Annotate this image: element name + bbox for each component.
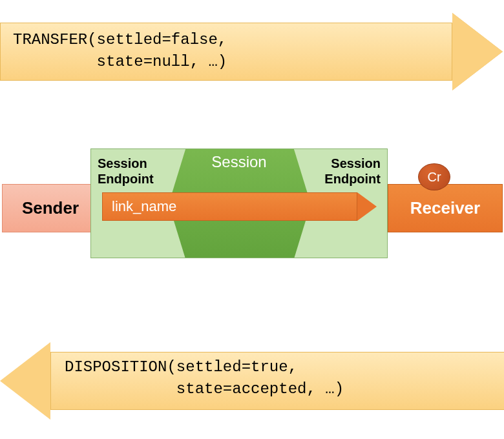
link-name-label: link_name [112, 198, 176, 215]
session-endpoint-left-l1: Session [98, 156, 147, 170]
link-name-arrow-body: link_name [102, 192, 357, 221]
transfer-line1: TRANSFER(settled=false, [13, 31, 227, 48]
sender-box: Sender [2, 184, 99, 232]
transfer-arrow: TRANSFER(settled=false, state=null, …) [0, 13, 504, 90]
sender-label: Sender [22, 198, 79, 218]
transfer-line2: state=null, …) [13, 53, 227, 70]
session-endpoint-right: Session Endpoint [310, 156, 381, 187]
session-endpoint-right-l2: Endpoint [324, 172, 381, 186]
disposition-arrow-text: DISPOSITION(settled=true, state=accepted… [65, 356, 344, 400]
disposition-arrow-head-icon [0, 342, 50, 420]
disposition-line1: DISPOSITION(settled=true, [65, 358, 297, 376]
receiver-label: Receiver [410, 198, 480, 218]
link-name-arrow: link_name [102, 192, 380, 221]
disposition-line2: state=accepted, …) [65, 380, 344, 398]
credit-badge-text: Cr [427, 170, 441, 185]
link-name-arrow-head-icon [357, 192, 377, 221]
session-endpoint-left-l2: Endpoint [98, 172, 154, 186]
session-endpoint-right-l1: Session [331, 156, 381, 170]
session-endpoint-left: Session Endpoint [98, 156, 169, 187]
disposition-arrow: DISPOSITION(settled=true, state=accepted… [0, 342, 504, 420]
transfer-arrow-text: TRANSFER(settled=false, state=null, …) [13, 29, 227, 72]
receiver-box: Receiver [388, 184, 503, 232]
credit-badge: Cr [418, 163, 450, 190]
transfer-arrow-head-icon [452, 13, 503, 90]
